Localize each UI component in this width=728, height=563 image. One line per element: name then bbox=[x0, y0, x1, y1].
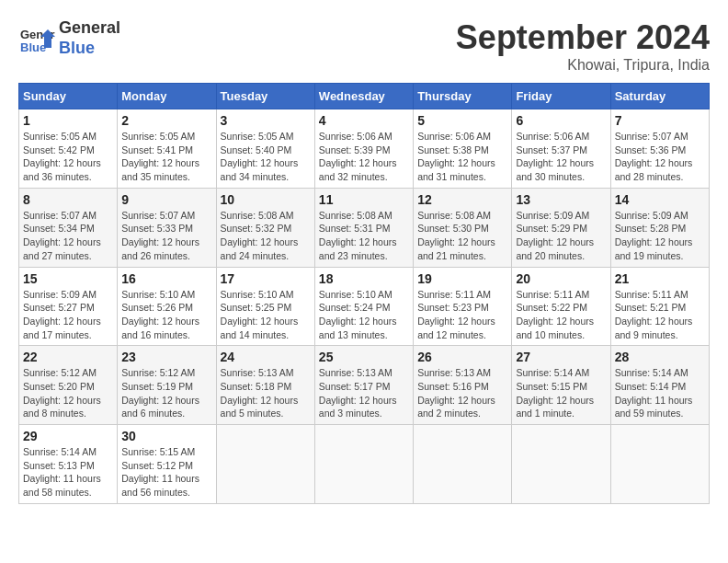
calendar-cell: 29Sunrise: 5:14 AMSunset: 5:13 PMDayligh… bbox=[19, 425, 118, 504]
month-title: September 2024 bbox=[456, 18, 710, 57]
day-info: Sunrise: 5:08 AMSunset: 5:32 PMDaylight:… bbox=[221, 209, 311, 263]
day-info: Sunrise: 5:11 AMSunset: 5:23 PMDaylight:… bbox=[417, 288, 507, 342]
calendar-cell bbox=[216, 425, 314, 504]
day-number: 10 bbox=[221, 192, 311, 207]
calendar-cell: 18Sunrise: 5:10 AMSunset: 5:24 PMDayligh… bbox=[314, 267, 413, 346]
calendar-cell: 10Sunrise: 5:08 AMSunset: 5:32 PMDayligh… bbox=[216, 188, 314, 267]
title-block: September 2024 Khowai, Tripura, India bbox=[456, 18, 710, 74]
day-info: Sunrise: 5:14 AMSunset: 5:14 PMDaylight:… bbox=[615, 366, 705, 420]
day-info: Sunrise: 5:11 AMSunset: 5:22 PMDaylight:… bbox=[516, 288, 606, 342]
calendar-cell: 8Sunrise: 5:07 AMSunset: 5:34 PMDaylight… bbox=[19, 188, 118, 267]
header-cell-monday: Monday bbox=[118, 84, 216, 109]
day-info: Sunrise: 5:13 AMSunset: 5:17 PMDaylight:… bbox=[319, 366, 409, 420]
day-info: Sunrise: 5:05 AMSunset: 5:41 PMDaylight:… bbox=[121, 130, 211, 184]
calendar-week-2: 8Sunrise: 5:07 AMSunset: 5:34 PMDaylight… bbox=[19, 188, 710, 267]
header-cell-tuesday: Tuesday bbox=[216, 84, 314, 109]
day-number: 25 bbox=[319, 350, 409, 364]
calendar-cell: 17Sunrise: 5:10 AMSunset: 5:25 PMDayligh… bbox=[216, 267, 314, 346]
logo-text: General Blue bbox=[59, 18, 120, 58]
header-cell-friday: Friday bbox=[512, 84, 610, 109]
day-info: Sunrise: 5:13 AMSunset: 5:16 PMDaylight:… bbox=[417, 366, 507, 420]
calendar-cell bbox=[610, 425, 709, 504]
day-info: Sunrise: 5:10 AMSunset: 5:26 PMDaylight:… bbox=[121, 288, 211, 342]
calendar-cell bbox=[512, 425, 610, 504]
calendar-cell: 20Sunrise: 5:11 AMSunset: 5:22 PMDayligh… bbox=[512, 267, 610, 346]
calendar-cell: 15Sunrise: 5:09 AMSunset: 5:27 PMDayligh… bbox=[19, 267, 118, 346]
calendar-cell: 9Sunrise: 5:07 AMSunset: 5:33 PMDaylight… bbox=[118, 188, 216, 267]
day-number: 21 bbox=[615, 271, 705, 286]
calendar-cell: 30Sunrise: 5:15 AMSunset: 5:12 PMDayligh… bbox=[118, 425, 216, 504]
calendar-cell: 24Sunrise: 5:13 AMSunset: 5:18 PMDayligh… bbox=[216, 346, 314, 425]
header-cell-saturday: Saturday bbox=[610, 84, 709, 109]
calendar-cell: 28Sunrise: 5:14 AMSunset: 5:14 PMDayligh… bbox=[610, 346, 709, 425]
svg-text:Blue: Blue bbox=[20, 40, 46, 54]
day-number: 7 bbox=[615, 113, 705, 128]
day-info: Sunrise: 5:09 AMSunset: 5:28 PMDaylight:… bbox=[615, 209, 705, 263]
day-number: 28 bbox=[615, 350, 705, 364]
day-info: Sunrise: 5:08 AMSunset: 5:31 PMDaylight:… bbox=[319, 209, 409, 263]
calendar-cell: 25Sunrise: 5:13 AMSunset: 5:17 PMDayligh… bbox=[314, 346, 413, 425]
calendar-cell: 4Sunrise: 5:06 AMSunset: 5:39 PMDaylight… bbox=[314, 109, 413, 189]
calendar-week-5: 29Sunrise: 5:14 AMSunset: 5:13 PMDayligh… bbox=[19, 425, 710, 504]
location-title: Khowai, Tripura, India bbox=[456, 57, 710, 74]
day-number: 5 bbox=[417, 113, 507, 128]
day-number: 13 bbox=[516, 192, 606, 207]
header-cell-wednesday: Wednesday bbox=[314, 84, 413, 109]
day-info: Sunrise: 5:10 AMSunset: 5:25 PMDaylight:… bbox=[221, 288, 311, 342]
day-info: Sunrise: 5:07 AMSunset: 5:36 PMDaylight:… bbox=[615, 130, 705, 184]
day-number: 26 bbox=[417, 350, 507, 364]
day-number: 8 bbox=[23, 192, 113, 207]
day-number: 18 bbox=[319, 271, 409, 286]
day-info: Sunrise: 5:08 AMSunset: 5:30 PMDaylight:… bbox=[417, 209, 507, 263]
day-number: 14 bbox=[615, 192, 705, 207]
calendar-cell: 5Sunrise: 5:06 AMSunset: 5:38 PMDaylight… bbox=[414, 109, 512, 189]
calendar-table: SundayMondayTuesdayWednesdayThursdayFrid… bbox=[18, 83, 710, 504]
day-number: 15 bbox=[23, 271, 113, 286]
calendar-cell: 13Sunrise: 5:09 AMSunset: 5:29 PMDayligh… bbox=[512, 188, 610, 267]
day-info: Sunrise: 5:14 AMSunset: 5:13 PMDaylight:… bbox=[23, 445, 113, 500]
logo-line2: Blue bbox=[59, 39, 95, 57]
day-number: 12 bbox=[417, 192, 507, 207]
calendar-cell: 12Sunrise: 5:08 AMSunset: 5:30 PMDayligh… bbox=[414, 188, 512, 267]
day-number: 4 bbox=[319, 113, 409, 128]
calendar-cell bbox=[414, 425, 512, 504]
day-number: 24 bbox=[221, 350, 311, 364]
day-info: Sunrise: 5:12 AMSunset: 5:20 PMDaylight:… bbox=[23, 366, 113, 420]
day-number: 17 bbox=[221, 271, 311, 286]
calendar-cell: 22Sunrise: 5:12 AMSunset: 5:20 PMDayligh… bbox=[19, 346, 118, 425]
calendar-cell: 19Sunrise: 5:11 AMSunset: 5:23 PMDayligh… bbox=[414, 267, 512, 346]
day-info: Sunrise: 5:05 AMSunset: 5:42 PMDaylight:… bbox=[23, 130, 113, 184]
day-info: Sunrise: 5:14 AMSunset: 5:15 PMDaylight:… bbox=[516, 366, 606, 420]
page-header: General Blue General Blue September 2024… bbox=[18, 18, 710, 74]
day-info: Sunrise: 5:07 AMSunset: 5:33 PMDaylight:… bbox=[121, 209, 211, 263]
day-info: Sunrise: 5:09 AMSunset: 5:29 PMDaylight:… bbox=[516, 209, 606, 263]
day-info: Sunrise: 5:13 AMSunset: 5:18 PMDaylight:… bbox=[221, 366, 311, 420]
day-number: 30 bbox=[121, 429, 211, 443]
calendar-cell: 7Sunrise: 5:07 AMSunset: 5:36 PMDaylight… bbox=[610, 109, 709, 189]
calendar-week-3: 15Sunrise: 5:09 AMSunset: 5:27 PMDayligh… bbox=[19, 267, 710, 346]
calendar-cell: 21Sunrise: 5:11 AMSunset: 5:21 PMDayligh… bbox=[610, 267, 709, 346]
day-info: Sunrise: 5:06 AMSunset: 5:38 PMDaylight:… bbox=[417, 130, 507, 184]
calendar-cell: 6Sunrise: 5:06 AMSunset: 5:37 PMDaylight… bbox=[512, 109, 610, 189]
calendar-week-4: 22Sunrise: 5:12 AMSunset: 5:20 PMDayligh… bbox=[19, 346, 710, 425]
logo-line1: General bbox=[59, 18, 120, 37]
logo: General Blue General Blue bbox=[18, 18, 120, 58]
day-info: Sunrise: 5:12 AMSunset: 5:19 PMDaylight:… bbox=[121, 366, 211, 420]
day-number: 9 bbox=[121, 192, 211, 207]
day-info: Sunrise: 5:07 AMSunset: 5:34 PMDaylight:… bbox=[23, 209, 113, 263]
day-number: 6 bbox=[516, 113, 606, 128]
calendar-cell: 2Sunrise: 5:05 AMSunset: 5:41 PMDaylight… bbox=[118, 109, 216, 189]
day-info: Sunrise: 5:06 AMSunset: 5:39 PMDaylight:… bbox=[319, 130, 409, 184]
day-info: Sunrise: 5:09 AMSunset: 5:27 PMDaylight:… bbox=[23, 288, 113, 342]
calendar-cell: 16Sunrise: 5:10 AMSunset: 5:26 PMDayligh… bbox=[118, 267, 216, 346]
day-info: Sunrise: 5:05 AMSunset: 5:40 PMDaylight:… bbox=[221, 130, 311, 184]
day-number: 20 bbox=[516, 271, 606, 286]
day-number: 1 bbox=[23, 113, 113, 128]
calendar-cell: 23Sunrise: 5:12 AMSunset: 5:19 PMDayligh… bbox=[118, 346, 216, 425]
day-number: 3 bbox=[221, 113, 311, 128]
day-number: 11 bbox=[319, 192, 409, 207]
day-number: 19 bbox=[417, 271, 507, 286]
calendar-cell: 11Sunrise: 5:08 AMSunset: 5:31 PMDayligh… bbox=[314, 188, 413, 267]
calendar-cell: 3Sunrise: 5:05 AMSunset: 5:40 PMDaylight… bbox=[216, 109, 314, 189]
calendar-header-row: SundayMondayTuesdayWednesdayThursdayFrid… bbox=[19, 84, 710, 109]
